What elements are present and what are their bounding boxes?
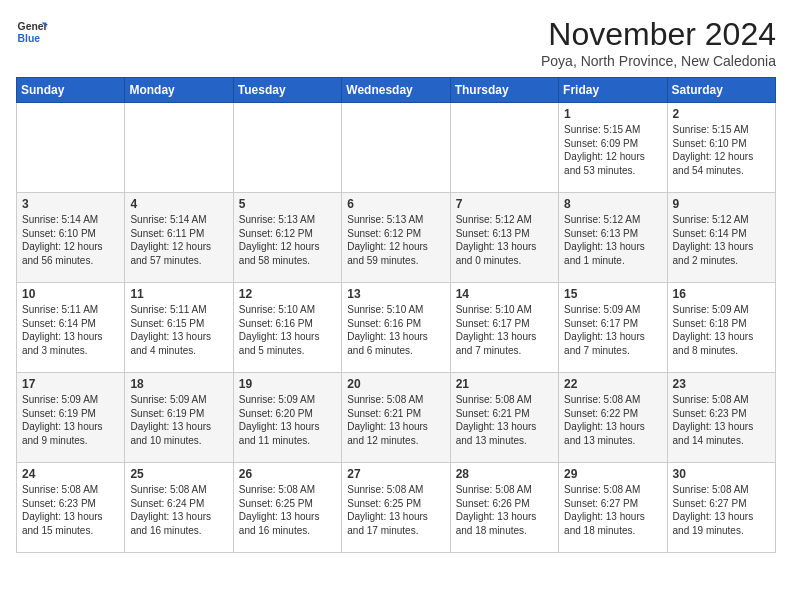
day-info: Sunrise: 5:14 AM Sunset: 6:10 PM Dayligh… — [22, 213, 119, 267]
day-info: Sunrise: 5:08 AM Sunset: 6:21 PM Dayligh… — [347, 393, 444, 447]
day-number: 19 — [239, 377, 336, 391]
day-number: 15 — [564, 287, 661, 301]
day-info: Sunrise: 5:10 AM Sunset: 6:16 PM Dayligh… — [347, 303, 444, 357]
day-info: Sunrise: 5:10 AM Sunset: 6:17 PM Dayligh… — [456, 303, 553, 357]
table-row: 10Sunrise: 5:11 AM Sunset: 6:14 PM Dayli… — [17, 283, 125, 373]
weekday-header-row: Sunday Monday Tuesday Wednesday Thursday… — [17, 78, 776, 103]
day-info: Sunrise: 5:11 AM Sunset: 6:15 PM Dayligh… — [130, 303, 227, 357]
calendar-week-row: 24Sunrise: 5:08 AM Sunset: 6:23 PM Dayli… — [17, 463, 776, 553]
table-row: 28Sunrise: 5:08 AM Sunset: 6:26 PM Dayli… — [450, 463, 558, 553]
table-row — [450, 103, 558, 193]
title-section: November 2024 Poya, North Province, New … — [541, 16, 776, 69]
table-row: 29Sunrise: 5:08 AM Sunset: 6:27 PM Dayli… — [559, 463, 667, 553]
day-info: Sunrise: 5:15 AM Sunset: 6:09 PM Dayligh… — [564, 123, 661, 177]
day-number: 14 — [456, 287, 553, 301]
table-row: 7Sunrise: 5:12 AM Sunset: 6:13 PM Daylig… — [450, 193, 558, 283]
table-row — [17, 103, 125, 193]
calendar-week-row: 10Sunrise: 5:11 AM Sunset: 6:14 PM Dayli… — [17, 283, 776, 373]
day-number: 23 — [673, 377, 770, 391]
table-row: 19Sunrise: 5:09 AM Sunset: 6:20 PM Dayli… — [233, 373, 341, 463]
day-number: 10 — [22, 287, 119, 301]
logo: General Blue — [16, 16, 48, 48]
day-info: Sunrise: 5:09 AM Sunset: 6:19 PM Dayligh… — [130, 393, 227, 447]
day-info: Sunrise: 5:08 AM Sunset: 6:25 PM Dayligh… — [347, 483, 444, 537]
svg-text:Blue: Blue — [18, 33, 41, 44]
day-info: Sunrise: 5:08 AM Sunset: 6:26 PM Dayligh… — [456, 483, 553, 537]
table-row: 8Sunrise: 5:12 AM Sunset: 6:13 PM Daylig… — [559, 193, 667, 283]
day-number: 3 — [22, 197, 119, 211]
day-info: Sunrise: 5:08 AM Sunset: 6:23 PM Dayligh… — [673, 393, 770, 447]
day-number: 29 — [564, 467, 661, 481]
header-thursday: Thursday — [450, 78, 558, 103]
table-row: 25Sunrise: 5:08 AM Sunset: 6:24 PM Dayli… — [125, 463, 233, 553]
table-row: 20Sunrise: 5:08 AM Sunset: 6:21 PM Dayli… — [342, 373, 450, 463]
day-number: 9 — [673, 197, 770, 211]
day-info: Sunrise: 5:11 AM Sunset: 6:14 PM Dayligh… — [22, 303, 119, 357]
table-row: 6Sunrise: 5:13 AM Sunset: 6:12 PM Daylig… — [342, 193, 450, 283]
table-row: 3Sunrise: 5:14 AM Sunset: 6:10 PM Daylig… — [17, 193, 125, 283]
day-info: Sunrise: 5:10 AM Sunset: 6:16 PM Dayligh… — [239, 303, 336, 357]
day-info: Sunrise: 5:08 AM Sunset: 6:23 PM Dayligh… — [22, 483, 119, 537]
table-row — [125, 103, 233, 193]
day-number: 27 — [347, 467, 444, 481]
calendar-week-row: 17Sunrise: 5:09 AM Sunset: 6:19 PM Dayli… — [17, 373, 776, 463]
table-row: 24Sunrise: 5:08 AM Sunset: 6:23 PM Dayli… — [17, 463, 125, 553]
day-number: 7 — [456, 197, 553, 211]
table-row: 23Sunrise: 5:08 AM Sunset: 6:23 PM Dayli… — [667, 373, 775, 463]
table-row: 4Sunrise: 5:14 AM Sunset: 6:11 PM Daylig… — [125, 193, 233, 283]
day-number: 6 — [347, 197, 444, 211]
day-number: 26 — [239, 467, 336, 481]
table-row: 27Sunrise: 5:08 AM Sunset: 6:25 PM Dayli… — [342, 463, 450, 553]
month-title: November 2024 — [541, 16, 776, 53]
table-row: 18Sunrise: 5:09 AM Sunset: 6:19 PM Dayli… — [125, 373, 233, 463]
header-wednesday: Wednesday — [342, 78, 450, 103]
table-row — [342, 103, 450, 193]
table-row: 1Sunrise: 5:15 AM Sunset: 6:09 PM Daylig… — [559, 103, 667, 193]
calendar-week-row: 1Sunrise: 5:15 AM Sunset: 6:09 PM Daylig… — [17, 103, 776, 193]
day-info: Sunrise: 5:15 AM Sunset: 6:10 PM Dayligh… — [673, 123, 770, 177]
day-info: Sunrise: 5:13 AM Sunset: 6:12 PM Dayligh… — [239, 213, 336, 267]
calendar-week-row: 3Sunrise: 5:14 AM Sunset: 6:10 PM Daylig… — [17, 193, 776, 283]
table-row: 26Sunrise: 5:08 AM Sunset: 6:25 PM Dayli… — [233, 463, 341, 553]
logo-icon: General Blue — [16, 16, 48, 48]
table-row: 12Sunrise: 5:10 AM Sunset: 6:16 PM Dayli… — [233, 283, 341, 373]
table-row — [233, 103, 341, 193]
day-info: Sunrise: 5:08 AM Sunset: 6:21 PM Dayligh… — [456, 393, 553, 447]
day-info: Sunrise: 5:13 AM Sunset: 6:12 PM Dayligh… — [347, 213, 444, 267]
header-friday: Friday — [559, 78, 667, 103]
table-row: 13Sunrise: 5:10 AM Sunset: 6:16 PM Dayli… — [342, 283, 450, 373]
table-row: 9Sunrise: 5:12 AM Sunset: 6:14 PM Daylig… — [667, 193, 775, 283]
calendar-table: Sunday Monday Tuesday Wednesday Thursday… — [16, 77, 776, 553]
day-number: 25 — [130, 467, 227, 481]
day-info: Sunrise: 5:08 AM Sunset: 6:27 PM Dayligh… — [564, 483, 661, 537]
day-number: 16 — [673, 287, 770, 301]
day-number: 2 — [673, 107, 770, 121]
table-row: 14Sunrise: 5:10 AM Sunset: 6:17 PM Dayli… — [450, 283, 558, 373]
table-row: 15Sunrise: 5:09 AM Sunset: 6:17 PM Dayli… — [559, 283, 667, 373]
header: General Blue November 2024 Poya, North P… — [16, 16, 776, 69]
day-number: 11 — [130, 287, 227, 301]
day-number: 1 — [564, 107, 661, 121]
header-saturday: Saturday — [667, 78, 775, 103]
day-number: 17 — [22, 377, 119, 391]
day-info: Sunrise: 5:09 AM Sunset: 6:20 PM Dayligh… — [239, 393, 336, 447]
day-number: 8 — [564, 197, 661, 211]
day-info: Sunrise: 5:12 AM Sunset: 6:13 PM Dayligh… — [564, 213, 661, 267]
table-row: 16Sunrise: 5:09 AM Sunset: 6:18 PM Dayli… — [667, 283, 775, 373]
table-row: 30Sunrise: 5:08 AM Sunset: 6:27 PM Dayli… — [667, 463, 775, 553]
day-number: 22 — [564, 377, 661, 391]
day-number: 5 — [239, 197, 336, 211]
table-row: 21Sunrise: 5:08 AM Sunset: 6:21 PM Dayli… — [450, 373, 558, 463]
day-info: Sunrise: 5:08 AM Sunset: 6:27 PM Dayligh… — [673, 483, 770, 537]
day-number: 12 — [239, 287, 336, 301]
table-row: 11Sunrise: 5:11 AM Sunset: 6:15 PM Dayli… — [125, 283, 233, 373]
header-monday: Monday — [125, 78, 233, 103]
day-number: 20 — [347, 377, 444, 391]
day-info: Sunrise: 5:08 AM Sunset: 6:22 PM Dayligh… — [564, 393, 661, 447]
day-info: Sunrise: 5:12 AM Sunset: 6:13 PM Dayligh… — [456, 213, 553, 267]
day-info: Sunrise: 5:08 AM Sunset: 6:24 PM Dayligh… — [130, 483, 227, 537]
day-info: Sunrise: 5:09 AM Sunset: 6:19 PM Dayligh… — [22, 393, 119, 447]
day-number: 28 — [456, 467, 553, 481]
day-info: Sunrise: 5:08 AM Sunset: 6:25 PM Dayligh… — [239, 483, 336, 537]
subtitle: Poya, North Province, New Caledonia — [541, 53, 776, 69]
